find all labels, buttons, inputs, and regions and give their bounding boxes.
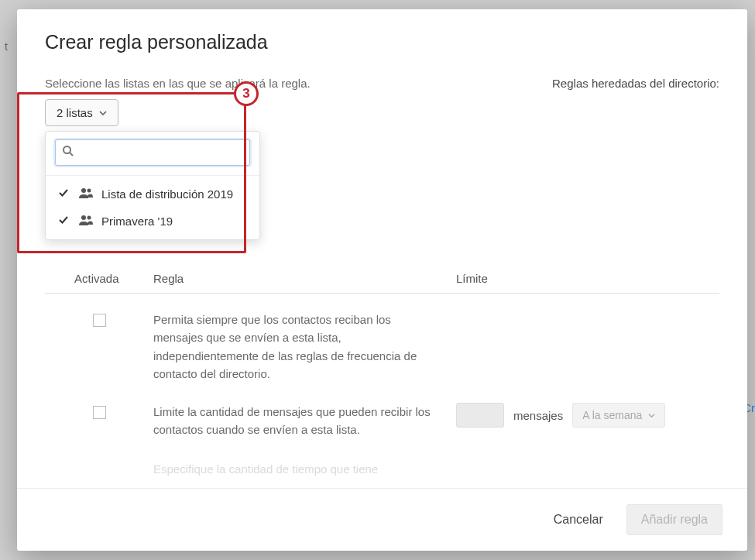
message-count-input[interactable]	[456, 403, 504, 428]
rule-description-truncated: Especifique la cantidad de tiempo que ti…	[153, 456, 456, 476]
rules-section: Activada Regla Límite Permita siempre qu…	[45, 272, 719, 488]
table-row: Permita siempre que los contactos reciba…	[45, 294, 719, 400]
background-text: t	[5, 40, 8, 53]
modal-title: Crear regla personalizada	[45, 31, 719, 53]
limit-unit-label: mensajes	[513, 409, 563, 422]
table-row: Limite la cantidad de mensajes que puede…	[45, 400, 719, 456]
dropdown-search[interactable]	[55, 139, 250, 166]
dropdown-label: 2 listas	[57, 106, 93, 119]
svg-point-3	[88, 189, 91, 193]
instruction-text: Seleccione las listas en las que se apli…	[45, 77, 311, 90]
people-icon	[78, 187, 94, 201]
enable-rule-checkbox[interactable]	[93, 314, 106, 327]
dropdown-item-label: Primavera '19	[101, 215, 173, 228]
period-select-label: A la semana	[582, 409, 642, 421]
create-rule-modal: Crear regla personalizada Seleccione las…	[17, 9, 747, 551]
rules-table-header: Activada Regla Límite	[45, 272, 719, 294]
check-icon	[58, 215, 70, 228]
dropdown-item[interactable]: Primavera '19	[46, 208, 259, 235]
modal-body: Seleccione las listas en las que se apli…	[17, 69, 747, 488]
search-icon	[62, 145, 74, 160]
dropdown-search-input[interactable]	[79, 146, 243, 160]
rule-description: Permita siempre que los contactos reciba…	[153, 311, 440, 383]
svg-point-2	[81, 188, 86, 193]
chevron-down-icon	[99, 109, 107, 117]
people-icon	[78, 214, 94, 228]
check-icon	[58, 187, 70, 201]
cancel-button[interactable]: Cancelar	[546, 507, 611, 533]
column-header-rule: Regla	[153, 272, 456, 285]
period-select[interactable]: A la semana	[572, 403, 665, 428]
divider	[46, 175, 259, 176]
lists-dropdown-button[interactable]: 2 listas	[45, 99, 118, 126]
add-rule-button[interactable]: Añadir regla	[626, 504, 722, 535]
rule-description: Limite la cantidad de mensajes que puede…	[153, 403, 440, 439]
enable-rule-checkbox[interactable]	[93, 406, 106, 419]
column-header-enabled: Activada	[45, 272, 153, 285]
dropdown-item-label: Lista de distribución 2019	[101, 187, 233, 201]
chevron-down-icon	[648, 409, 655, 421]
modal-footer: Cancelar Añadir regla	[17, 488, 747, 551]
dropdown-item[interactable]: Lista de distribución 2019	[46, 180, 259, 208]
modal-header: Crear regla personalizada	[17, 9, 747, 69]
inherited-rules-label: Reglas heredadas del directorio:	[552, 77, 719, 90]
svg-point-0	[63, 146, 70, 153]
table-row: Especifique la cantidad de tiempo que ti…	[45, 456, 719, 489]
svg-point-5	[88, 216, 91, 220]
svg-line-1	[70, 153, 73, 156]
lists-dropdown-panel: Lista de distribución 2019 Primavera '19	[45, 131, 260, 240]
column-header-limit: Límite	[456, 272, 719, 285]
svg-point-4	[81, 215, 86, 220]
